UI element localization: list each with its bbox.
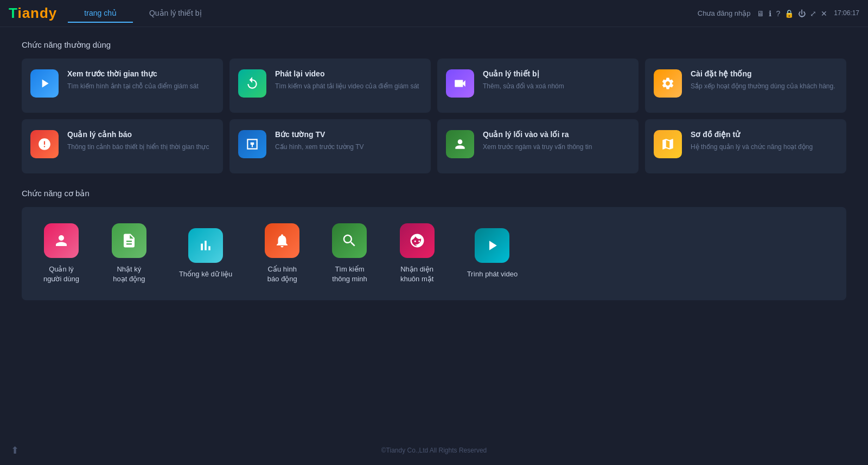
- feature-card-2[interactable]: Quản lý thiết bị Thêm, sửa đổi và xoá nh…: [437, 59, 639, 113]
- main-content: Chức năng thường dùng Xem trước thời gia…: [0, 27, 868, 313]
- login-status: Chưa đăng nhập: [698, 9, 751, 17]
- nav-tabs: trang chủ Quản lý thiết bị: [68, 4, 697, 23]
- feature-card-desc-6: Xem trước ngàm và truy vấn thông tin: [483, 142, 628, 152]
- feature-card-title-1: Phát lại video: [275, 69, 420, 78]
- basic-item-2[interactable]: Thống kê dữ liệu: [179, 228, 232, 279]
- feature-card-text-4: Quản lý cảnh báo Thông tin cảnh báo thiế…: [67, 130, 212, 152]
- basic-item-5[interactable]: Nhận diệnkhuôn mặt: [400, 223, 435, 284]
- feature-card-text-5: Bức tường TV Cấu hình, xem trước tường T…: [275, 130, 420, 152]
- feature-card-desc-3: Sắp xếp hoạt động thường dùng của khách …: [691, 81, 835, 91]
- feature-icon-0: [30, 69, 59, 98]
- info-icon[interactable]: ℹ: [769, 9, 771, 18]
- basic-icon-5: [400, 223, 435, 258]
- feature-card-title-7: Sơ đồ điện tử: [691, 130, 835, 139]
- titlebar-right: Chưa đăng nhập 🖥 ℹ ? 🔒 ⏻ ⤢ ✕ 17:06:17: [698, 9, 859, 18]
- common-section-title: Chức năng thường dùng: [22, 40, 846, 50]
- feature-icon-2: [446, 69, 474, 98]
- tab-home[interactable]: trang chủ: [68, 4, 133, 23]
- basic-item-0[interactable]: Quản lýngười dùng: [43, 223, 79, 284]
- basic-label-5: Nhận diệnkhuôn mặt: [400, 264, 433, 284]
- feature-icon-5: [238, 130, 266, 158]
- feature-icon-7: [654, 130, 682, 158]
- help-icon[interactable]: ?: [776, 9, 780, 18]
- power-icon[interactable]: ⏻: [798, 9, 806, 18]
- feature-card-title-0: Xem trước thời gian thực: [67, 69, 212, 78]
- titlebar-icons: 🖥 ℹ ? 🔒 ⏻ ⤢ ✕: [757, 9, 827, 18]
- monitor-icon[interactable]: 🖥: [757, 9, 764, 18]
- basic-icon-1: [112, 223, 146, 258]
- feature-card-0[interactable]: Xem trước thời gian thực Tìm kiếm hình ả…: [22, 59, 223, 113]
- bottom-left-icon: ⬆: [11, 444, 19, 456]
- maximize-icon[interactable]: ⤢: [810, 9, 816, 18]
- lock-icon[interactable]: 🔒: [784, 9, 794, 18]
- feature-card-title-5: Bức tường TV: [275, 130, 420, 139]
- feature-card-text-3: Cài đặt hệ thống Sắp xếp hoạt động thườn…: [691, 69, 835, 91]
- feature-card-7[interactable]: Sơ đồ điện tử Hệ thống quản lý và chức n…: [645, 119, 846, 173]
- feature-card-desc-4: Thông tin cảnh báo thiết bị hiển thị thờ…: [67, 142, 212, 152]
- feature-card-text-6: Quản lý lối vào và lối ra Xem trước ngàm…: [483, 130, 628, 152]
- basic-label-0: Quản lýngười dùng: [43, 264, 79, 284]
- basic-item-4[interactable]: Tìm kiếmthông minh: [332, 223, 367, 284]
- basic-icon-2: [188, 228, 223, 263]
- clock: 17:06:17: [834, 9, 859, 18]
- footer: ©Tiandy Co.,Ltd All Rights Reserved: [0, 447, 868, 454]
- basic-label-4: Tìm kiếmthông minh: [332, 264, 367, 284]
- feature-card-4[interactable]: Quản lý cảnh báo Thông tin cảnh báo thiế…: [22, 119, 223, 173]
- basic-label-3: Cấu hìnhbáo động: [267, 264, 297, 284]
- feature-icon-1: [238, 69, 266, 98]
- basic-label-6: Trình phát video: [467, 269, 518, 279]
- feature-card-3[interactable]: Cài đặt hệ thống Sắp xếp hoạt động thườn…: [645, 59, 846, 113]
- basic-item-6[interactable]: Trình phát video: [467, 228, 518, 279]
- basic-icon-6: [475, 228, 509, 263]
- basic-item-3[interactable]: Cấu hìnhbáo động: [265, 223, 299, 284]
- basic-section-title: Chức năng cơ bản: [22, 189, 846, 198]
- titlebar: Tiandy trang chủ Quản lý thiết bị Chưa đ…: [0, 0, 868, 27]
- feature-card-title-2: Quản lý thiết bị: [483, 69, 628, 78]
- basic-label-1: Nhật kýhoạt động: [113, 264, 145, 284]
- feature-card-title-4: Quản lý cảnh báo: [67, 130, 212, 139]
- tab-manage[interactable]: Quản lý thiết bị: [133, 4, 218, 23]
- feature-card-text-0: Xem trước thời gian thực Tìm kiếm hình ả…: [67, 69, 212, 91]
- basic-icon-4: [332, 223, 367, 258]
- close-icon[interactable]: ✕: [821, 9, 827, 18]
- feature-icon-6: [446, 130, 474, 158]
- feature-card-1[interactable]: Phát lại video Tìm kiếm và phát tải liệu…: [229, 59, 431, 113]
- feature-card-title-6: Quản lý lối vào và lối ra: [483, 130, 628, 139]
- basic-cards: Quản lýngười dùng Nhật kýhoạt động Thống…: [22, 207, 846, 300]
- basic-icon-0: [44, 223, 79, 258]
- feature-card-desc-5: Cấu hình, xem trước tường TV: [275, 142, 420, 152]
- feature-card-text-2: Quản lý thiết bị Thêm, sửa đổi và xoá nh…: [483, 69, 628, 91]
- common-features-grid: Xem trước thời gian thực Tìm kiếm hình ả…: [22, 59, 846, 173]
- feature-icon-3: [654, 69, 682, 98]
- feature-card-5[interactable]: Bức tường TV Cấu hình, xem trước tường T…: [229, 119, 431, 173]
- feature-card-desc-0: Tìm kiếm hình ảnh tại chỗ của điểm giám …: [67, 81, 212, 91]
- basic-icon-3: [265, 223, 299, 258]
- feature-card-desc-2: Thêm, sửa đổi và xoá nhóm: [483, 81, 628, 91]
- app-logo: Tiandy: [9, 5, 57, 22]
- feature-card-desc-7: Hệ thống quản lý và chức năng hoạt động: [691, 142, 835, 152]
- feature-card-text-1: Phát lại video Tìm kiếm và phát tải liệu…: [275, 69, 420, 91]
- basic-label-2: Thống kê dữ liệu: [179, 269, 232, 279]
- feature-icon-4: [30, 130, 59, 158]
- feature-card-desc-1: Tìm kiếm và phát tải liệu video của điểm…: [275, 81, 420, 91]
- feature-card-title-3: Cài đặt hệ thống: [691, 69, 835, 78]
- feature-card-6[interactable]: Quản lý lối vào và lối ra Xem trước ngàm…: [437, 119, 639, 173]
- basic-item-1[interactable]: Nhật kýhoạt động: [112, 223, 146, 284]
- basic-section: Chức năng cơ bản Quản lýngười dùng Nhật …: [22, 189, 846, 300]
- feature-card-text-7: Sơ đồ điện tử Hệ thống quản lý và chức n…: [691, 130, 835, 152]
